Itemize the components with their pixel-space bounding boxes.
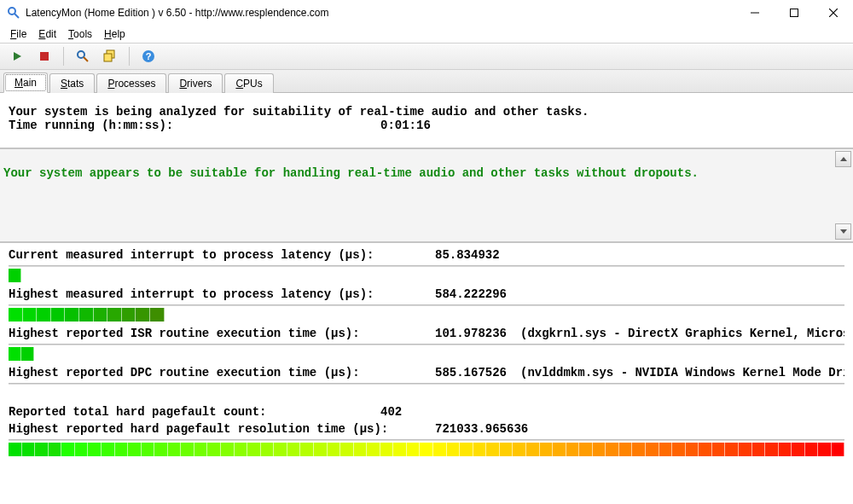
bar-segment (287, 443, 301, 456)
svg-line-1 (15, 14, 19, 18)
scroll-up-button[interactable] (835, 151, 851, 167)
bar-current-latency (9, 269, 844, 282)
stop-icon (40, 52, 49, 61)
bar-segment (779, 443, 792, 456)
bar-segment (659, 443, 673, 456)
metric-value: 101.978236 (435, 327, 507, 340)
stop-button[interactable] (32, 44, 56, 68)
bar-segment (22, 443, 36, 456)
metric-label: Highest reported ISR routine execution t… (9, 327, 435, 340)
bar-segment (9, 347, 21, 361)
bar-segment (553, 443, 566, 456)
bar-segment (420, 443, 433, 456)
menu-file[interactable]: File (5, 26, 32, 42)
metric-pagefault-count: Reported total hard pagefault count: 402… (0, 400, 853, 437)
bar-segment (328, 443, 341, 456)
bar-segment (35, 443, 49, 456)
metric-dpc: Highest reported DPC routine execution t… (0, 361, 853, 381)
time-running-label: Time running (h:mm:ss): (9, 119, 380, 132)
copy-button[interactable] (98, 44, 122, 68)
maximize-button[interactable] (775, 0, 814, 26)
bar-segment (566, 443, 580, 456)
metric-divider (9, 439, 844, 441)
svg-rect-7 (40, 52, 49, 61)
tab-main[interactable]: Main (3, 72, 48, 93)
bar-segment (154, 443, 168, 456)
toolbar-separator (63, 47, 64, 66)
bar-segment (150, 308, 165, 322)
bar-segment (340, 443, 354, 456)
bar-segment (473, 443, 487, 456)
metric-label: Reported total hard pagefault count: (9, 405, 380, 419)
bar-segment (447, 443, 461, 456)
menu-edit[interactable]: Edit (33, 26, 61, 42)
metric-label: Highest reported hard pagefault resoluti… (9, 422, 435, 436)
svg-text:?: ? (146, 51, 152, 61)
close-button[interactable] (814, 0, 853, 26)
bar-segment (9, 308, 23, 322)
chevron-down-icon (840, 229, 847, 234)
metric-divider (9, 265, 844, 267)
bar-segment (354, 443, 368, 456)
bar-isr (9, 347, 844, 361)
bar-segment (752, 443, 766, 456)
bar-segment (672, 443, 686, 456)
bar-segment (207, 443, 221, 456)
toolbar-separator (129, 47, 130, 66)
svg-rect-3 (791, 9, 798, 17)
bar-segment (21, 347, 34, 361)
bar-segment (37, 308, 51, 322)
menu-help[interactable]: Help (99, 26, 131, 42)
bar-segment (65, 308, 79, 322)
bar-segment (712, 443, 726, 456)
metric-divider (9, 304, 844, 306)
bar-segment (102, 443, 115, 456)
bar-segment (540, 443, 554, 456)
bar-highest-latency (9, 308, 844, 322)
bar-segment (593, 443, 606, 456)
bar-dpc (9, 386, 844, 400)
analysis-line1: Your system is being analyzed for suitab… (9, 105, 589, 119)
bar-segment (367, 443, 380, 456)
help-icon: ? (142, 49, 155, 63)
bar-segment (261, 443, 275, 456)
tab-cpus[interactable]: CPUs (224, 73, 273, 93)
bar-segment (606, 443, 619, 456)
metric-extra: (nvlddmkm.sys - NVIDIA Windows Kernel Mo… (520, 366, 844, 379)
scroll-down-button[interactable] (835, 223, 851, 240)
bar-segment (247, 443, 261, 456)
find-button[interactable] (71, 44, 95, 68)
metric-value: 585.167526 (435, 366, 507, 379)
bar-segment (500, 443, 514, 456)
bar-segment (792, 443, 805, 456)
metric-label: Highest reported DPC routine execution t… (9, 366, 435, 379)
tab-processes[interactable]: Processes (96, 73, 166, 93)
tab-stats[interactable]: Stats (49, 73, 95, 93)
menu-tools[interactable]: Tools (63, 26, 97, 42)
toolbar: ? (0, 43, 853, 70)
bar-pagefault-gradient (9, 443, 844, 456)
play-button[interactable] (5, 44, 29, 68)
metric-value: 584.222296 (435, 287, 507, 301)
svg-marker-6 (14, 52, 21, 61)
bar-segment (107, 308, 122, 322)
bar-segment (122, 308, 136, 322)
bar-segment (619, 443, 633, 456)
bar-segment (61, 443, 75, 456)
analysis-header: Your system is being analyzed for suitab… (0, 93, 853, 142)
tab-drivers[interactable]: Drivers (168, 73, 223, 93)
minimize-button[interactable] (735, 0, 775, 26)
metric-label: Highest measured interrupt to process la… (9, 287, 435, 301)
content-area: Your system is being analyzed for suitab… (0, 93, 853, 504)
bar-segment (433, 443, 447, 456)
window-title: LatencyMon (Home Edition ) v 6.50 - http… (26, 7, 329, 19)
metric-divider (9, 344, 844, 345)
svg-line-9 (84, 57, 88, 61)
metric-value: 721033.965636 (435, 422, 528, 436)
bar-segment (51, 308, 66, 322)
bar-segment (407, 443, 421, 456)
tabbar: Main Stats Processes Drivers CPUs (0, 70, 853, 93)
help-button[interactable]: ? (136, 44, 160, 68)
bar-segment (75, 443, 89, 456)
metric-highest-latency: Highest measured interrupt to process la… (0, 282, 853, 303)
